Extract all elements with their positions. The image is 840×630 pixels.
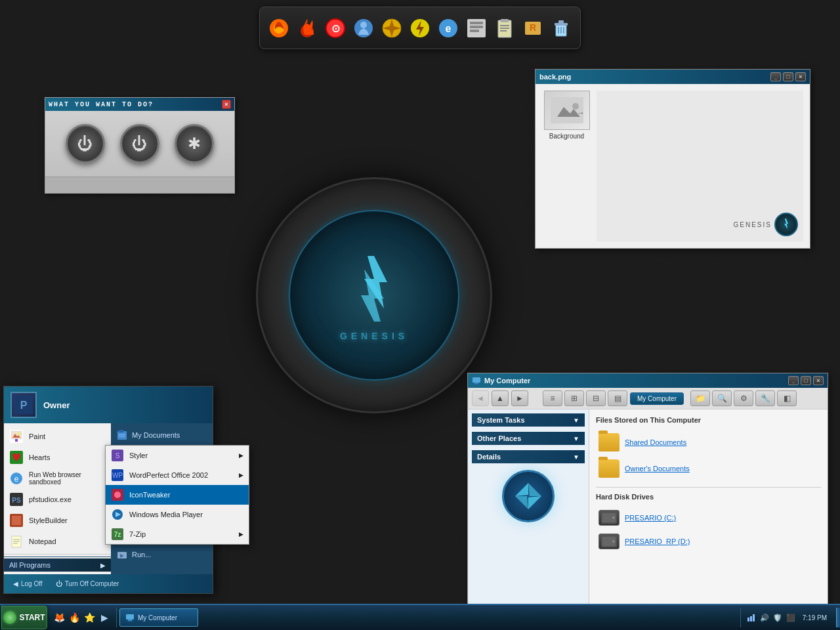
view-btn2[interactable]: ◧ [777, 390, 797, 406]
svg-text:R: R [530, 22, 536, 33]
details-title: Details [477, 453, 501, 461]
submenu-wordperfect[interactable]: WP WordPerfect Office 2002 ▶ [106, 465, 249, 485]
shared-docs-item[interactable]: Shared Documents [596, 429, 821, 455]
tray-network-icon[interactable] [746, 612, 757, 623]
clipboard-icon[interactable] [493, 14, 517, 43]
back-close-button[interactable]: × [795, 72, 806, 81]
ribbon-icon[interactable]: R [521, 14, 545, 43]
svg-rect-84 [472, 377, 480, 383]
menu-right-run[interactable]: Run... [111, 545, 213, 564]
trash-icon[interactable] [549, 14, 574, 43]
submenu-icontweaker[interactable]: IconTweaker [106, 485, 249, 505]
search-button[interactable]: 🔍 [712, 390, 732, 406]
view-list-button[interactable]: ≡ [543, 390, 562, 406]
turnoff-button[interactable]: ⏻ Turn Off Computer [51, 578, 125, 589]
ql-firefox-icon[interactable]: 🦊 [52, 611, 66, 624]
quicklaunch-bar: 🦊 🔥 ⭐ ▶ [47, 608, 117, 627]
svg-rect-39 [11, 431, 22, 439]
all-programs-label: All Programs [9, 561, 51, 569]
back-minimize-button[interactable]: _ [770, 72, 781, 81]
svg-rect-41 [15, 439, 18, 442]
menu-item-hearts[interactable]: Hearts [4, 447, 111, 468]
windows-logo [502, 470, 555, 522]
mycomp-forward-button[interactable]: ► [511, 390, 528, 406]
mycomp-left-panel: System Tasks ▼ Other Places ▼ Details ▼ [468, 410, 589, 630]
svg-text:PS: PS [12, 497, 21, 504]
system-tasks-header[interactable]: System Tasks ▼ [472, 413, 585, 427]
presario-c-label: PRESARIO (C:) [625, 514, 676, 522]
mycomp-up-button[interactable]: ▲ [492, 390, 509, 406]
menu-item-stylebuilder[interactable]: StyleBuilder [4, 510, 111, 531]
mycomp-close-button[interactable]: × [813, 376, 824, 385]
whatdo-close-button[interactable]: × [222, 100, 231, 109]
start-menu-left: Paint Hearts e Run Web br [4, 423, 111, 574]
view-detail-button[interactable]: ▤ [608, 390, 627, 406]
all-programs-item[interactable]: All Programs ▶ [4, 558, 111, 572]
ql-fire-icon[interactable]: 🔥 [68, 611, 81, 624]
ql-star-icon[interactable]: ⭐ [83, 611, 96, 624]
other-places-header[interactable]: Other Places ▼ [472, 432, 585, 445]
svg-rect-27 [558, 20, 564, 24]
folders-button[interactable]: 📁 [690, 390, 710, 406]
whatdo-title: WHAT YOU WANT TO DO? [49, 101, 154, 108]
stylebuilder-label: StyleBuilder [29, 516, 68, 524]
presario-rp-item[interactable]: PRESARIO_RP (D:) [596, 530, 821, 553]
menu-item-notepad[interactable]: Notepad [4, 531, 111, 552]
tools-button[interactable]: 🔧 [755, 390, 775, 406]
paint-label: Paint [29, 432, 45, 440]
ql-arrow-icon[interactable]: ▶ [98, 611, 111, 624]
lightning-icon[interactable] [408, 14, 432, 43]
runweb-icon: e [9, 471, 24, 486]
details-header[interactable]: Details ▼ [472, 450, 585, 463]
submenu-wmp[interactable]: Windows Media Player [106, 505, 249, 524]
back-thumbnail[interactable]: → [544, 91, 590, 130]
mycomp-back-button[interactable]: ◄ [472, 390, 489, 406]
view-icon-button[interactable]: ⊟ [586, 390, 606, 406]
mycomp-minimize-button[interactable]: _ [788, 376, 799, 385]
menu-right-mydocs[interactable]: My Documents [111, 426, 213, 444]
tray-security-icon[interactable]: 🛡️ [772, 612, 783, 623]
whatdo-titlebar: WHAT YOU WANT TO DO? × [45, 98, 234, 111]
flame-icon[interactable] [295, 14, 319, 43]
logoff-button[interactable]: ◀ Log Off [8, 578, 48, 589]
person-icon[interactable] [351, 14, 375, 43]
menu-item-pfstudio[interactable]: PS pfstudiox.exe [4, 489, 111, 510]
stylebuilder-icon [9, 513, 24, 528]
all-programs-arrow: ▶ [100, 562, 106, 569]
sleep-button[interactable]: ✱ [175, 124, 214, 163]
firefox-icon[interactable] [266, 14, 291, 43]
browser-icon[interactable]: ⊙ [323, 14, 347, 43]
owners-docs-item[interactable]: Owner's Documents [596, 455, 821, 482]
mycomp-address-button[interactable]: My Computer [630, 392, 684, 405]
back-maximize-button[interactable]: □ [783, 72, 793, 81]
tray-volume-icon[interactable]: 🔊 [759, 612, 770, 623]
ie-icon[interactable]: e [436, 14, 461, 43]
taskbar-tasks: My Computer [117, 608, 740, 627]
target-icon[interactable] [379, 14, 404, 43]
presario-c-item[interactable]: PRESARIO (C:) [596, 506, 821, 530]
svg-text:→: → [577, 108, 583, 117]
task-mycomputer[interactable]: My Computer [119, 608, 198, 627]
tool-icon[interactable] [465, 14, 489, 43]
start-button[interactable]: START [1, 606, 47, 629]
tray-update-icon[interactable]: ⬛ [786, 612, 796, 623]
details-arrow: ▼ [573, 453, 579, 461]
submenu-styler[interactable]: S Styler ▶ [106, 446, 249, 465]
mycomp-maximize-button[interactable]: □ [801, 376, 811, 385]
view-tile-button[interactable]: ⊞ [564, 390, 584, 406]
settings-button[interactable]: ⚙ [734, 390, 753, 406]
mycomp-toolbar: ◄ ▲ ► ≡ ⊞ ⊟ ▤ My Computer 📁 🔍 ⚙ 🔧 ◧ [468, 388, 828, 410]
menu-item-runweb[interactable]: e Run Web browser sandboxed [4, 468, 111, 489]
system-tasks-title: System Tasks [477, 416, 525, 424]
power-button[interactable]: ⏻ [66, 124, 105, 163]
user-name: Owner [43, 400, 70, 410]
show-desktop-button[interactable] [836, 608, 840, 627]
submenu-7zip[interactable]: 7z 7-Zip ▶ [106, 524, 249, 544]
wordperfect-icon: WP [111, 469, 124, 482]
start-menu-header: P Owner [4, 387, 213, 423]
other-places-section: Other Places ▼ [472, 432, 585, 445]
menu-item-paint[interactable]: Paint [4, 426, 111, 447]
back-content: → Background GENESIS [536, 84, 810, 248]
restart-button[interactable]: ⏻ [120, 124, 159, 163]
other-places-arrow: ▼ [573, 435, 579, 442]
